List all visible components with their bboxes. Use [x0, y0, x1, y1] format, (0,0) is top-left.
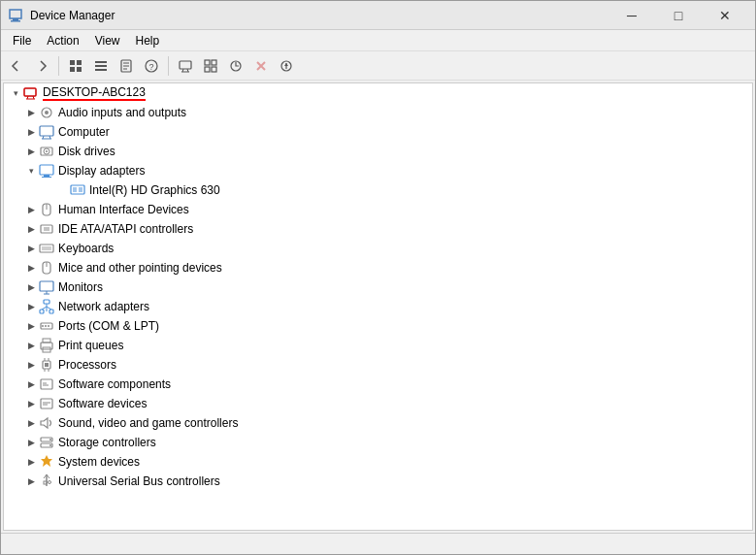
software-devices-icon — [39, 396, 54, 411]
software-components-expand[interactable]: ▶ — [23, 376, 39, 392]
print-item[interactable]: ▶ Print queues — [4, 336, 752, 355]
svg-rect-8 — [95, 65, 107, 67]
menu-help[interactable]: Help — [128, 32, 168, 49]
menu-view[interactable]: View — [87, 32, 128, 49]
mice-item[interactable]: ▶ Mice and other pointing devices — [4, 258, 752, 278]
display-expand[interactable]: ▾ — [23, 163, 39, 179]
gpu-item[interactable]: ▶ Intel(R) HD Graphics 630 — [4, 180, 752, 200]
view-list-button[interactable] — [89, 54, 113, 78]
svg-rect-83 — [41, 399, 52, 408]
mice-label: Mice and other pointing devices — [58, 261, 222, 275]
svg-rect-93 — [44, 481, 47, 484]
title-bar: Device Manager ─ □ ✕ — [1, 1, 755, 30]
storage-expand[interactable]: ▶ — [23, 435, 39, 450]
monitors-expand[interactable]: ▶ — [23, 279, 39, 295]
processors-item[interactable]: ▶ Processors — [4, 355, 752, 375]
monitors-item[interactable]: ▶ Monitors — [4, 278, 752, 297]
menu-bar: File Action View Help — [1, 30, 755, 51]
usb-label: Universal Serial Bus controllers — [58, 474, 220, 488]
audio-icon — [39, 105, 54, 120]
software-devices-item[interactable]: ▶ Software devices — [4, 394, 752, 413]
toolbar-sep-1 — [58, 56, 59, 76]
disk-expand[interactable]: ▶ — [23, 144, 39, 159]
properties-button[interactable] — [115, 54, 138, 78]
disk-item[interactable]: ▶ Disk drives — [4, 142, 752, 161]
network-expand[interactable]: ▶ — [23, 299, 39, 314]
mice-icon — [39, 260, 54, 276]
svg-line-65 — [42, 307, 47, 310]
computer-expand[interactable]: ▶ — [23, 124, 39, 140]
scan-button[interactable] — [224, 54, 247, 78]
network-item[interactable]: ▶ Network adapters — [4, 297, 752, 316]
toolbar-sep-2 — [168, 56, 169, 76]
content-area: ▾ DESKTOP-ABC123 ▶ — [1, 81, 755, 533]
usb-item[interactable]: ▶ Universal Serial Bus controllers — [4, 472, 752, 491]
svg-rect-20 — [205, 60, 210, 65]
storage-icon — [39, 435, 54, 450]
ide-item[interactable]: ▶ IDE ATA/ATAPI controllers — [4, 219, 752, 239]
uninstall-button[interactable] — [249, 54, 273, 78]
mice-expand[interactable]: ▶ — [23, 260, 39, 276]
ports-icon — [39, 318, 54, 334]
svg-rect-46 — [73, 187, 77, 192]
ports-item[interactable]: ▶ Ports (COM & LPT) — [4, 316, 752, 336]
menu-file[interactable]: File — [5, 32, 39, 49]
svg-rect-63 — [49, 310, 53, 313]
network-icon — [39, 299, 54, 314]
svg-rect-4 — [77, 60, 82, 65]
system-expand[interactable]: ▶ — [23, 454, 39, 470]
hid-icon — [39, 202, 54, 217]
svg-point-88 — [49, 439, 51, 441]
system-label: System devices — [58, 455, 140, 469]
help-button[interactable]: ? — [140, 54, 163, 78]
software-devices-label: Software devices — [58, 397, 147, 410]
computer-label: Computer — [58, 125, 110, 139]
update-driver-button[interactable] — [275, 54, 298, 78]
forward-button[interactable] — [30, 54, 53, 78]
hid-item[interactable]: ▶ Human Interface Devices — [4, 200, 752, 219]
back-button[interactable] — [5, 54, 28, 78]
ide-expand[interactable]: ▶ — [23, 221, 39, 237]
root-expand[interactable]: ▾ — [8, 85, 23, 101]
maximize-button[interactable]: □ — [656, 2, 701, 29]
software-devices-expand[interactable]: ▶ — [23, 396, 39, 411]
root-node[interactable]: ▾ DESKTOP-ABC123 — [4, 83, 752, 103]
device-manager-window: Device Manager ─ □ ✕ File Action View He… — [0, 0, 756, 555]
minimize-button[interactable]: ─ — [609, 2, 654, 29]
keyboard-expand[interactable]: ▶ — [23, 241, 39, 256]
storage-item[interactable]: ▶ Storage controllers — [4, 433, 752, 452]
resources-button[interactable] — [199, 54, 222, 78]
svg-rect-44 — [42, 177, 51, 178]
audio-item[interactable]: ▶ Audio inputs and outputs — [4, 103, 752, 122]
svg-rect-43 — [44, 175, 49, 177]
computer-item[interactable]: ▶ Computer — [4, 122, 752, 142]
close-button[interactable]: ✕ — [703, 2, 747, 29]
sound-item[interactable]: ▶ Sound, video and game controllers — [4, 413, 752, 433]
svg-point-89 — [49, 444, 51, 446]
svg-rect-16 — [180, 61, 191, 69]
ports-expand[interactable]: ▶ — [23, 318, 39, 334]
svg-point-94 — [49, 481, 51, 484]
svg-line-66 — [47, 307, 51, 310]
root-label: DESKTOP-ABC123 — [43, 85, 146, 101]
audio-expand[interactable]: ▶ — [23, 105, 39, 120]
svg-point-34 — [45, 111, 49, 114]
view-icon-button[interactable] — [64, 54, 87, 78]
print-expand[interactable]: ▶ — [23, 338, 39, 353]
software-components-item[interactable]: ▶ Software components — [4, 375, 752, 394]
computer-view-button[interactable] — [174, 54, 197, 78]
system-item[interactable]: ▶ System devices — [4, 452, 752, 472]
svg-rect-53 — [40, 245, 53, 252]
menu-action[interactable]: Action — [39, 32, 86, 49]
svg-rect-5 — [70, 67, 75, 72]
usb-expand[interactable]: ▶ — [23, 473, 39, 489]
sound-expand[interactable]: ▶ — [23, 415, 39, 431]
keyboard-item[interactable]: ▶ Keyboards — [4, 239, 752, 258]
processors-expand[interactable]: ▶ — [23, 357, 39, 373]
computer-icon — [39, 124, 54, 140]
monitors-label: Monitors — [58, 280, 103, 294]
display-item[interactable]: ▾ Display adapters — [4, 161, 752, 180]
device-tree[interactable]: ▾ DESKTOP-ABC123 ▶ — [3, 82, 753, 531]
hid-label: Human Interface Devices — [58, 203, 189, 216]
hid-expand[interactable]: ▶ — [23, 202, 39, 217]
